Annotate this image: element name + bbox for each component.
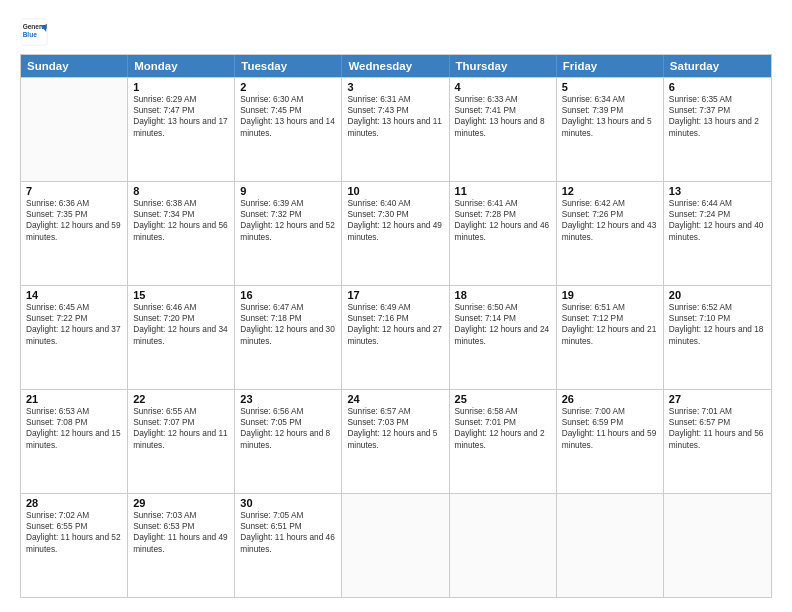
cell-sun-info: Sunrise: 6:34 AM Sunset: 7:39 PM Dayligh… [562,94,658,139]
cell-date-number: 5 [562,81,658,93]
weekday-header-tuesday: Tuesday [235,55,342,77]
calendar: SundayMondayTuesdayWednesdayThursdayFrid… [20,54,772,598]
cell-date-number: 20 [669,289,766,301]
calendar-cell: 29Sunrise: 7:03 AM Sunset: 6:53 PM Dayli… [128,494,235,597]
cell-sun-info: Sunrise: 6:58 AM Sunset: 7:01 PM Dayligh… [455,406,551,451]
cell-sun-info: Sunrise: 6:52 AM Sunset: 7:10 PM Dayligh… [669,302,766,347]
calendar-week-2: 7Sunrise: 6:36 AM Sunset: 7:35 PM Daylig… [21,181,771,285]
calendar-cell: 14Sunrise: 6:45 AM Sunset: 7:22 PM Dayli… [21,286,128,389]
calendar-cell [342,494,449,597]
cell-date-number: 22 [133,393,229,405]
calendar-cell: 24Sunrise: 6:57 AM Sunset: 7:03 PM Dayli… [342,390,449,493]
calendar-cell: 21Sunrise: 6:53 AM Sunset: 7:08 PM Dayli… [21,390,128,493]
cell-date-number: 16 [240,289,336,301]
calendar-week-1: 1Sunrise: 6:29 AM Sunset: 7:47 PM Daylig… [21,77,771,181]
calendar-body: 1Sunrise: 6:29 AM Sunset: 7:47 PM Daylig… [21,77,771,597]
cell-date-number: 18 [455,289,551,301]
cell-date-number: 14 [26,289,122,301]
weekday-header-saturday: Saturday [664,55,771,77]
calendar-cell: 11Sunrise: 6:41 AM Sunset: 7:28 PM Dayli… [450,182,557,285]
cell-date-number: 2 [240,81,336,93]
calendar-week-3: 14Sunrise: 6:45 AM Sunset: 7:22 PM Dayli… [21,285,771,389]
cell-sun-info: Sunrise: 6:56 AM Sunset: 7:05 PM Dayligh… [240,406,336,451]
cell-sun-info: Sunrise: 6:31 AM Sunset: 7:43 PM Dayligh… [347,94,443,139]
weekday-header-monday: Monday [128,55,235,77]
calendar-cell: 12Sunrise: 6:42 AM Sunset: 7:26 PM Dayli… [557,182,664,285]
cell-sun-info: Sunrise: 6:42 AM Sunset: 7:26 PM Dayligh… [562,198,658,243]
cell-date-number: 4 [455,81,551,93]
calendar-cell: 18Sunrise: 6:50 AM Sunset: 7:14 PM Dayli… [450,286,557,389]
cell-sun-info: Sunrise: 6:44 AM Sunset: 7:24 PM Dayligh… [669,198,766,243]
weekday-header-sunday: Sunday [21,55,128,77]
cell-sun-info: Sunrise: 7:03 AM Sunset: 6:53 PM Dayligh… [133,510,229,555]
calendar-cell: 27Sunrise: 7:01 AM Sunset: 6:57 PM Dayli… [664,390,771,493]
cell-sun-info: Sunrise: 6:33 AM Sunset: 7:41 PM Dayligh… [455,94,551,139]
weekday-header-thursday: Thursday [450,55,557,77]
cell-sun-info: Sunrise: 6:35 AM Sunset: 7:37 PM Dayligh… [669,94,766,139]
cell-sun-info: Sunrise: 6:46 AM Sunset: 7:20 PM Dayligh… [133,302,229,347]
cell-date-number: 17 [347,289,443,301]
cell-date-number: 19 [562,289,658,301]
logo-icon: General Blue [20,18,48,46]
calendar-cell: 10Sunrise: 6:40 AM Sunset: 7:30 PM Dayli… [342,182,449,285]
cell-date-number: 28 [26,497,122,509]
cell-sun-info: Sunrise: 6:47 AM Sunset: 7:18 PM Dayligh… [240,302,336,347]
cell-date-number: 23 [240,393,336,405]
cell-sun-info: Sunrise: 6:40 AM Sunset: 7:30 PM Dayligh… [347,198,443,243]
calendar-cell: 6Sunrise: 6:35 AM Sunset: 7:37 PM Daylig… [664,78,771,181]
cell-date-number: 8 [133,185,229,197]
cell-sun-info: Sunrise: 6:39 AM Sunset: 7:32 PM Dayligh… [240,198,336,243]
calendar-header: SundayMondayTuesdayWednesdayThursdayFrid… [21,55,771,77]
cell-date-number: 7 [26,185,122,197]
cell-date-number: 9 [240,185,336,197]
cell-date-number: 11 [455,185,551,197]
calendar-cell [664,494,771,597]
cell-date-number: 10 [347,185,443,197]
cell-sun-info: Sunrise: 6:36 AM Sunset: 7:35 PM Dayligh… [26,198,122,243]
cell-date-number: 25 [455,393,551,405]
calendar-cell: 13Sunrise: 6:44 AM Sunset: 7:24 PM Dayli… [664,182,771,285]
calendar-cell: 3Sunrise: 6:31 AM Sunset: 7:43 PM Daylig… [342,78,449,181]
cell-date-number: 3 [347,81,443,93]
cell-sun-info: Sunrise: 6:38 AM Sunset: 7:34 PM Dayligh… [133,198,229,243]
cell-date-number: 21 [26,393,122,405]
calendar-week-4: 21Sunrise: 6:53 AM Sunset: 7:08 PM Dayli… [21,389,771,493]
calendar-cell: 20Sunrise: 6:52 AM Sunset: 7:10 PM Dayli… [664,286,771,389]
calendar-cell: 2Sunrise: 6:30 AM Sunset: 7:45 PM Daylig… [235,78,342,181]
cell-date-number: 27 [669,393,766,405]
cell-sun-info: Sunrise: 6:51 AM Sunset: 7:12 PM Dayligh… [562,302,658,347]
cell-date-number: 6 [669,81,766,93]
cell-date-number: 15 [133,289,229,301]
cell-sun-info: Sunrise: 6:57 AM Sunset: 7:03 PM Dayligh… [347,406,443,451]
calendar-cell: 23Sunrise: 6:56 AM Sunset: 7:05 PM Dayli… [235,390,342,493]
calendar-cell: 8Sunrise: 6:38 AM Sunset: 7:34 PM Daylig… [128,182,235,285]
cell-sun-info: Sunrise: 6:45 AM Sunset: 7:22 PM Dayligh… [26,302,122,347]
calendar-cell [450,494,557,597]
cell-date-number: 26 [562,393,658,405]
calendar-cell: 25Sunrise: 6:58 AM Sunset: 7:01 PM Dayli… [450,390,557,493]
calendar-cell: 5Sunrise: 6:34 AM Sunset: 7:39 PM Daylig… [557,78,664,181]
cell-sun-info: Sunrise: 6:53 AM Sunset: 7:08 PM Dayligh… [26,406,122,451]
cell-date-number: 12 [562,185,658,197]
cell-date-number: 30 [240,497,336,509]
cell-sun-info: Sunrise: 6:41 AM Sunset: 7:28 PM Dayligh… [455,198,551,243]
calendar-cell [557,494,664,597]
cell-date-number: 1 [133,81,229,93]
cell-date-number: 29 [133,497,229,509]
calendar-cell: 15Sunrise: 6:46 AM Sunset: 7:20 PM Dayli… [128,286,235,389]
cell-sun-info: Sunrise: 7:00 AM Sunset: 6:59 PM Dayligh… [562,406,658,451]
cell-sun-info: Sunrise: 6:49 AM Sunset: 7:16 PM Dayligh… [347,302,443,347]
cell-sun-info: Sunrise: 6:50 AM Sunset: 7:14 PM Dayligh… [455,302,551,347]
calendar-cell: 28Sunrise: 7:02 AM Sunset: 6:55 PM Dayli… [21,494,128,597]
calendar-cell: 19Sunrise: 6:51 AM Sunset: 7:12 PM Dayli… [557,286,664,389]
cell-sun-info: Sunrise: 6:29 AM Sunset: 7:47 PM Dayligh… [133,94,229,139]
svg-text:Blue: Blue [23,31,38,38]
calendar-cell: 22Sunrise: 6:55 AM Sunset: 7:07 PM Dayli… [128,390,235,493]
calendar-week-5: 28Sunrise: 7:02 AM Sunset: 6:55 PM Dayli… [21,493,771,597]
weekday-header-friday: Friday [557,55,664,77]
calendar-cell: 7Sunrise: 6:36 AM Sunset: 7:35 PM Daylig… [21,182,128,285]
calendar-cell: 17Sunrise: 6:49 AM Sunset: 7:16 PM Dayli… [342,286,449,389]
cell-sun-info: Sunrise: 7:05 AM Sunset: 6:51 PM Dayligh… [240,510,336,555]
calendar-cell: 4Sunrise: 6:33 AM Sunset: 7:41 PM Daylig… [450,78,557,181]
calendar-cell: 9Sunrise: 6:39 AM Sunset: 7:32 PM Daylig… [235,182,342,285]
